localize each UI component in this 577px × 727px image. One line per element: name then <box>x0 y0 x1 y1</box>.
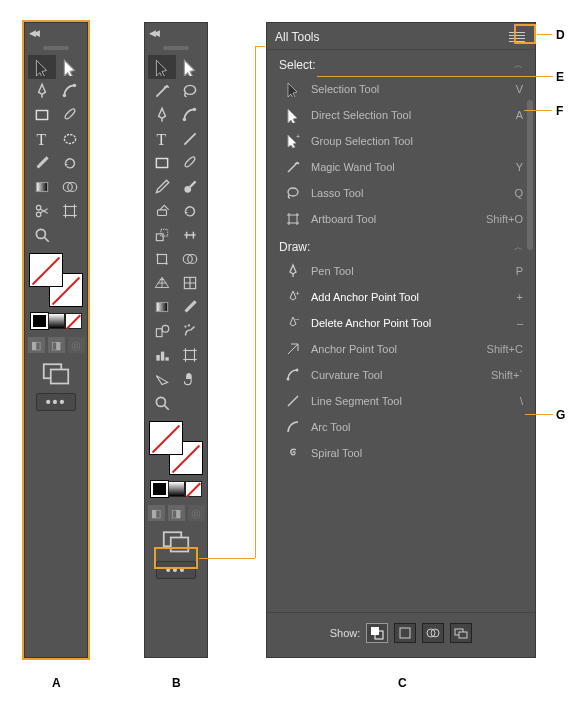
draw-behind[interactable]: ◨ <box>168 505 185 521</box>
tool-row-spiral[interactable]: Spiral Tool <box>271 440 531 466</box>
tool-type[interactable]: T <box>148 127 176 151</box>
tool-row-arc[interactable]: Arc Tool <box>271 414 531 440</box>
show-draw-modes[interactable] <box>422 623 444 643</box>
fill-stroke-swatch[interactable] <box>149 421 203 475</box>
tool-lasso[interactable] <box>176 79 204 103</box>
collapse-icon[interactable]: ◀◀ <box>29 28 37 38</box>
tool-eyedropper[interactable] <box>176 295 204 319</box>
collapse-icon[interactable]: ◀◀ <box>149 28 157 38</box>
color-mode-none[interactable] <box>65 313 82 329</box>
all-tools-title: All Tools <box>275 30 319 44</box>
tool-rotate[interactable] <box>56 151 84 175</box>
tool-zoom[interactable] <box>148 391 176 415</box>
chevron-up-icon: ︿ <box>514 59 523 72</box>
tool-direct-selection[interactable] <box>176 55 204 79</box>
tool-pencil[interactable] <box>148 175 176 199</box>
color-mode-none[interactable] <box>185 481 202 497</box>
draw-normal[interactable]: ◧ <box>148 505 165 521</box>
tool-row-pen[interactable]: Pen ToolP <box>271 258 531 284</box>
tool-width[interactable] <box>176 223 204 247</box>
edit-toolbar-button-b[interactable]: ••• <box>156 561 196 579</box>
screen-mode-button[interactable] <box>162 531 190 551</box>
show-screen-modes[interactable] <box>450 623 472 643</box>
tool-artboard[interactable] <box>176 343 204 367</box>
tool-row-line-segment[interactable]: Line Segment Tool\ <box>271 388 531 414</box>
tool-free-transform[interactable] <box>148 247 176 271</box>
tool-slice[interactable] <box>148 367 176 391</box>
group-title-select[interactable]: Select:︿ <box>267 50 535 76</box>
svg-text:−: − <box>295 315 300 324</box>
color-mode-color[interactable] <box>151 481 168 497</box>
tool-type[interactable]: T <box>28 127 56 151</box>
fill-swatch[interactable] <box>29 253 63 287</box>
tool-row-curvature[interactable]: Curvature ToolShift+` <box>271 362 531 388</box>
tool-perspective-grid[interactable] <box>148 271 176 295</box>
tool-scissors[interactable] <box>28 199 56 223</box>
tool-gradient[interactable] <box>28 175 56 199</box>
tool-row-lasso[interactable]: Lasso ToolQ <box>271 180 531 206</box>
svg-rect-22 <box>158 210 167 216</box>
show-fill-stroke[interactable] <box>366 623 388 643</box>
screen-mode-button[interactable] <box>42 363 70 383</box>
tool-rotate[interactable] <box>176 199 204 223</box>
all-tools-panel: All Tools Select:︿Selection ToolVDirect … <box>266 22 536 658</box>
tool-row-artboard[interactable]: Artboard ToolShift+O <box>271 206 531 232</box>
tool-pen[interactable] <box>148 103 176 127</box>
tool-curvature[interactable] <box>56 79 84 103</box>
svg-point-27 <box>165 262 167 264</box>
drag-grip[interactable] <box>163 46 189 50</box>
panel-menu-icon[interactable] <box>507 29 527 45</box>
group-title-draw[interactable]: Draw:︿ <box>267 232 535 258</box>
show-row: Show: <box>267 612 535 653</box>
tool-column-graph[interactable] <box>148 343 176 367</box>
tool-mesh[interactable] <box>176 271 204 295</box>
tool-eraser[interactable] <box>148 199 176 223</box>
color-mode-color[interactable] <box>31 313 48 329</box>
tool-ellipse[interactable] <box>56 127 84 151</box>
tool-pen[interactable] <box>28 79 56 103</box>
draw-normal[interactable]: ◧ <box>28 337 45 353</box>
tool-blend[interactable] <box>148 319 176 343</box>
tool-row-delete-anchor[interactable]: −Delete Anchor Point Tool– <box>271 310 531 336</box>
tool-selection[interactable] <box>148 55 176 79</box>
fill-swatch[interactable] <box>149 421 183 455</box>
tool-rectangle[interactable] <box>148 151 176 175</box>
tool-symbol-sprayer[interactable] <box>176 319 204 343</box>
tool-shape-builder[interactable] <box>176 247 204 271</box>
tool-row-add-anchor[interactable]: +Add Anchor Point Tool+ <box>271 284 531 310</box>
color-mode-gradient[interactable] <box>48 313 65 329</box>
label-c: C <box>398 676 407 690</box>
magic-wand-icon <box>283 159 303 175</box>
tool-paintbrush[interactable] <box>176 151 204 175</box>
scrollbar-thumb[interactable] <box>527 100 533 250</box>
tool-scale[interactable] <box>148 223 176 247</box>
tool-rectangle[interactable] <box>28 103 56 127</box>
tool-selection[interactable] <box>28 55 56 79</box>
tool-blob-brush[interactable] <box>176 175 204 199</box>
tool-hand[interactable] <box>176 367 204 391</box>
svg-point-26 <box>156 253 158 255</box>
tool-row-group-selection[interactable]: +Group Selection Tool <box>271 128 531 154</box>
edit-toolbar-button-a[interactable]: ••• <box>36 393 76 411</box>
tool-shape-builder[interactable] <box>56 175 84 199</box>
tool-line-segment[interactable] <box>176 127 204 151</box>
show-color-modes[interactable] <box>394 623 416 643</box>
svg-line-51 <box>288 396 298 406</box>
color-mode-gradient[interactable] <box>168 481 185 497</box>
tool-row-selection[interactable]: Selection ToolV <box>271 76 531 102</box>
fill-stroke-swatch[interactable] <box>29 253 83 307</box>
tool-row-anchor-point[interactable]: Anchor Point ToolShift+C <box>271 336 531 362</box>
tool-curvature[interactable] <box>176 103 204 127</box>
tool-direct-selection[interactable] <box>56 55 84 79</box>
svg-point-16 <box>183 118 186 121</box>
tool-gradient[interactable] <box>148 295 176 319</box>
draw-behind[interactable]: ◨ <box>48 337 65 353</box>
tool-row-magic-wand[interactable]: Magic Wand ToolY <box>271 154 531 180</box>
tool-magic-wand[interactable] <box>148 79 176 103</box>
tool-row-direct-selection[interactable]: Direct Selection ToolA <box>271 102 531 128</box>
tool-artboard[interactable] <box>56 199 84 223</box>
tool-zoom[interactable] <box>28 223 56 247</box>
drag-grip[interactable] <box>43 46 69 50</box>
tool-paintbrush[interactable] <box>56 103 84 127</box>
tool-eyedropper[interactable] <box>28 151 56 175</box>
